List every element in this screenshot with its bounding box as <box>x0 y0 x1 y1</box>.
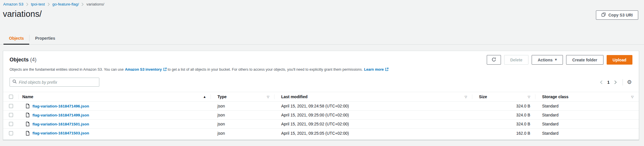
panel-description: Objects are the fundamental entities sto… <box>3 65 639 72</box>
external-link-icon <box>163 67 167 72</box>
breadcrumb-amazon-s3[interactable]: Amazon S3 <box>3 2 23 6</box>
preferences-gear-button[interactable]: ⚙ <box>626 79 632 85</box>
object-size: 324.0 B <box>472 122 535 126</box>
object-last-modified: April 15, 2021, 09:25:05 (UTC+02:00) <box>275 131 472 136</box>
object-name-link[interactable]: flag-variation-1618471496.json <box>32 104 89 108</box>
column-header-name[interactable]: Name ▲ <box>19 92 211 101</box>
object-type: json <box>211 104 275 108</box>
row-checkbox[interactable] <box>9 131 13 135</box>
object-storage-class: Standard <box>535 122 639 126</box>
object-name-cell: flag-variation-1618471501.json <box>19 122 211 126</box>
learn-more-link[interactable]: Learn more <box>364 67 384 72</box>
object-last-modified: April 15, 2021, 09:25:02 (UTC+02:00) <box>275 122 472 126</box>
object-type: json <box>211 122 275 126</box>
tab-bar: Objects Properties <box>0 32 644 45</box>
s3-console-page: Amazon S3 tpoi-test go-feature-flag/ var… <box>0 0 644 146</box>
object-size: 324.0 B <box>472 104 535 108</box>
breadcrumb-current: variations/ <box>86 2 104 6</box>
external-link-icon <box>385 67 389 72</box>
pagination: 1 ⚙ <box>598 79 632 85</box>
chevron-right-icon <box>47 3 50 6</box>
next-page-button[interactable] <box>612 79 619 85</box>
tab-objects[interactable]: Objects <box>3 32 29 44</box>
actions-button[interactable]: Actions ▼ <box>532 55 563 65</box>
description-text: to get a list of all objects in your buc… <box>168 67 363 72</box>
copy-s3-uri-button[interactable]: Copy S3 URI <box>596 10 638 20</box>
sort-ascending-icon: ▲ <box>204 95 206 98</box>
row-checkbox-cell <box>3 113 19 117</box>
refresh-icon <box>491 57 496 63</box>
object-name-cell: flag-variation-1618471499.json <box>19 113 211 117</box>
row-checkbox-cell <box>3 104 19 108</box>
select-all-header-cell <box>3 92 19 101</box>
select-all-checkbox[interactable] <box>9 95 13 99</box>
breadcrumb-folder[interactable]: go-feature-flag/ <box>52 2 79 6</box>
table-row: flag-variation-1618471503.json json Apri… <box>3 129 639 138</box>
object-last-modified: April 15, 2021, 09:24:58 (UTC+02:00) <box>275 104 472 108</box>
objects-panel-header: Objects (4) Delete Actions ▼ Create fold… <box>3 51 639 65</box>
object-size: 162.0 B <box>472 131 535 136</box>
object-name-link[interactable]: flag-variation-1618471503.json <box>32 131 89 135</box>
column-header-size[interactable]: Size ▽ <box>472 92 535 101</box>
delete-button[interactable]: Delete <box>504 55 528 65</box>
previous-page-button[interactable] <box>598 79 605 85</box>
s3-inventory-link[interactable]: Amazon S3 inventory <box>125 67 162 72</box>
object-type: json <box>211 131 275 136</box>
table-row: flag-variation-1618471496.json json Apri… <box>3 102 639 111</box>
file-icon <box>26 122 30 126</box>
actions-label: Actions <box>538 58 552 62</box>
object-name-cell: flag-variation-1618471496.json <box>19 104 211 108</box>
page-title: variations/ <box>3 9 42 19</box>
column-label-last-modified: Last modified <box>275 94 308 99</box>
row-checkbox[interactable] <box>9 113 13 117</box>
tab-properties[interactable]: Properties <box>30 32 61 44</box>
object-storage-class: Standard <box>535 131 639 136</box>
object-name-link[interactable]: flag-variation-1618471501.json <box>32 122 89 126</box>
column-label-storage-class: Storage class <box>535 94 568 99</box>
search-icon <box>12 79 17 85</box>
pagination-divider <box>623 79 623 85</box>
chevron-right-icon <box>81 3 84 6</box>
row-checkbox[interactable] <box>9 122 13 126</box>
description-text: Objects are the fundamental entities sto… <box>10 67 124 72</box>
table-header-row: Name ▲ Type ▽ Last modified ▽ Size ▽ Sto… <box>3 92 639 102</box>
object-name-link[interactable]: flag-variation-1618471499.json <box>32 113 89 117</box>
chevron-right-icon <box>26 3 28 6</box>
sort-icon: ▽ <box>631 95 634 99</box>
object-type: json <box>211 113 275 117</box>
sort-icon: ▽ <box>528 95 530 99</box>
object-name-cell: flag-variation-1618471503.json <box>19 131 211 136</box>
object-size: 324.0 B <box>472 113 535 117</box>
column-header-last-modified[interactable]: Last modified ▽ <box>275 92 472 101</box>
breadcrumb-bucket[interactable]: tpoi-test <box>31 2 45 6</box>
copy-s3-uri-label: Copy S3 URI <box>608 13 633 17</box>
column-label-size: Size <box>472 94 487 99</box>
sort-icon: ▽ <box>267 95 269 99</box>
file-icon <box>26 131 30 136</box>
tab-objects-label: Objects <box>9 36 24 41</box>
copy-icon <box>601 12 606 18</box>
tab-properties-label: Properties <box>35 36 55 41</box>
objects-table: Name ▲ Type ▽ Last modified ▽ Size ▽ Sto… <box>3 92 639 138</box>
panel-title: Objects (4) <box>10 55 36 63</box>
panel-actions: Delete Actions ▼ Create folder Upload <box>487 55 632 65</box>
file-icon <box>26 104 30 108</box>
search-box <box>10 78 99 87</box>
table-row: flag-variation-1618471499.json json Apri… <box>3 111 639 120</box>
sort-icon: ▽ <box>465 95 467 99</box>
object-storage-class: Standard <box>535 113 639 117</box>
objects-panel: Objects (4) Delete Actions ▼ Create fold… <box>3 51 639 140</box>
breadcrumb: Amazon S3 tpoi-test go-feature-flag/ var… <box>3 2 104 6</box>
search-input[interactable] <box>19 80 96 85</box>
chevron-down-icon: ▼ <box>555 59 557 61</box>
upload-button[interactable]: Upload <box>607 55 632 65</box>
column-header-type[interactable]: Type ▽ <box>211 92 275 101</box>
object-storage-class: Standard <box>535 104 639 108</box>
refresh-button[interactable] <box>487 55 501 65</box>
create-folder-button[interactable]: Create folder <box>566 55 603 65</box>
current-page-number: 1 <box>605 80 612 85</box>
row-checkbox-cell <box>3 131 19 135</box>
row-checkbox[interactable] <box>9 104 13 108</box>
object-last-modified: April 15, 2021, 09:25:00 (UTC+02:00) <box>275 113 472 117</box>
column-header-storage-class[interactable]: Storage class ▽ <box>535 92 639 101</box>
